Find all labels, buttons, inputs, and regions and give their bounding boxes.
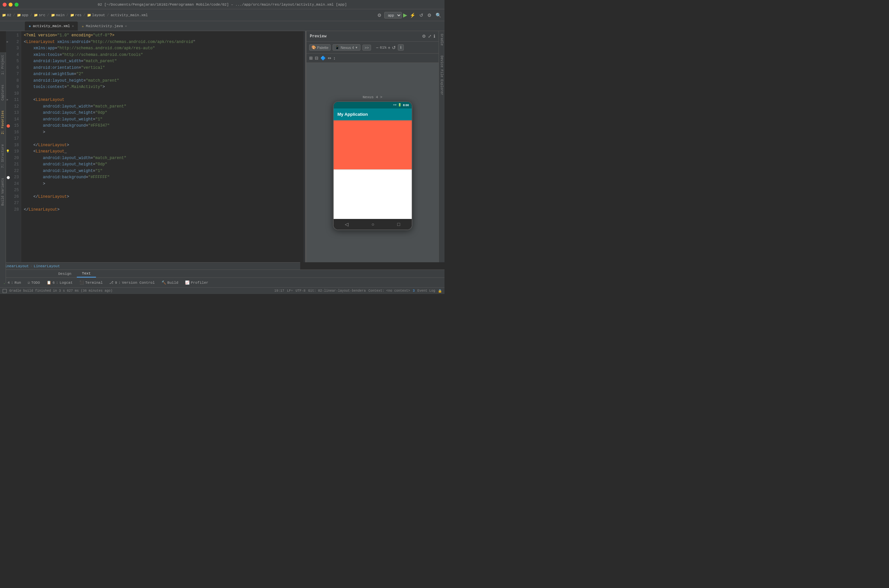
sep: / [107,13,109,17]
tab-xml[interactable]: ◈ activity_main.xml ✕ [25,21,78,31]
tab-java[interactable]: ☕ MainActivity.java ✕ [78,21,131,31]
palette-btn[interactable]: 🎨 Palette [309,44,331,51]
code-line-13: android:layout_height="0dp" [24,110,301,116]
event-log-label[interactable]: Event Log [417,289,435,292]
minimize-button[interactable] [9,3,13,7]
icon-row: ⊞ ⊟ 🔷 ⇔ ↕ [307,54,439,63]
content-top [334,120,412,170]
line-num-14: 14 [6,116,21,123]
app-dropdown[interactable]: app [384,12,402,18]
breadcrumb-file[interactable]: activity_main.xml [111,13,147,17]
settings-button[interactable]: ⚙ [426,12,433,18]
design-tab[interactable]: Design [53,270,77,278]
sep: / [83,13,86,17]
run-button[interactable]: ▶ [403,12,407,18]
code-line-10 [24,91,301,97]
sync-button[interactable]: ↺ [418,12,425,18]
recents-nav-btn[interactable]: □ [397,222,400,227]
zoom-controls: − 61% + ↺ [376,45,396,50]
sep: / [66,13,69,17]
settings-icon-btn[interactable]: ⚙ [422,34,426,39]
phone-nav-bar: ◁ ○ □ [334,219,412,230]
info-btn[interactable]: ℹ [398,44,404,51]
tab-close-java[interactable]: ✕ [125,24,127,28]
breadcrumb-app[interactable]: 📁 app [17,13,29,17]
code-line-8: android:layout_height="match_parent" [24,78,301,84]
code-line-1: <?xml version="1.0" encoding="utf-8"?> [24,32,301,39]
code-line-22: android:layout_weight="1" [24,168,301,175]
maximize-button[interactable] [15,3,18,7]
zoom-reset-btn[interactable]: ↺ [392,45,396,50]
line-num-27: 27 [6,200,21,207]
todo-icon: ☑ [28,280,30,285]
tab-close-xml[interactable]: ✕ [72,24,74,28]
build-tab[interactable]: 🔨 Build [160,280,180,285]
sidebar-build-variants[interactable]: Build Variants [1,178,5,206]
zoom-in-btn[interactable]: + [388,45,390,50]
sidebar-favorites[interactable]: 2: Favorites [1,111,5,134]
cursor-position: 19:17 [274,289,284,292]
text-tab[interactable]: Text [77,270,96,278]
sidebar-project[interactable]: 1: Project [1,55,5,75]
todo-tab[interactable]: ☑ TODO [27,280,41,285]
right-panel: Preview ⚙ ⤢ ℹ 🎨 Palette 📱 Nexus 4 ▼ >> [306,31,439,262]
flash-button[interactable]: ⚡ [408,12,417,18]
line-num-9: 9 [6,84,21,91]
device-selector-btn[interactable]: 📱 Nexus 4 ▼ [332,44,360,51]
code-line-17 [24,136,301,142]
line-num-13: 13 [6,110,21,116]
home-nav-btn[interactable]: ○ [372,222,375,227]
folder-icon: 📁 [34,13,38,17]
preview-info-btn[interactable]: ℹ [433,34,435,39]
code-line-6: android:orientation="vertical" [24,65,301,71]
expand-icon-btn[interactable]: ⤢ [428,34,432,39]
distribute-icon-btn[interactable]: ↕ [333,56,335,60]
battery-icon: 🔋 [398,103,402,107]
device-file-explorer-label[interactable]: Device File Explorer [440,56,444,95]
nexus-label[interactable]: Nexus 4 > [363,95,382,99]
breadcrumb-02[interactable]: 📁 02 [2,13,11,17]
terminal-tab[interactable]: ⬛ Terminal [78,280,104,285]
phone-content [334,120,412,219]
code-line-20: android:layout_width="match_parent" [24,155,301,162]
layout-icon-btn[interactable]: ⊟ [315,56,318,60]
align-icon-btn[interactable]: ⇔ [328,56,331,60]
code-area[interactable]: <?xml version="1.0" encoding="utf-8"?> <… [21,31,304,262]
code-line-7: android:weightSum="2" [24,71,301,78]
breadcrumb-res[interactable]: 📁 res [70,13,82,17]
sidebar-structure[interactable]: 7: Structure [1,144,5,168]
code-line-28: </LinearLayout> [24,207,301,213]
search-button[interactable]: 🔍 [434,12,442,18]
ant-button[interactable]: ⚙ [376,12,383,18]
gradle-label[interactable]: Gradle [440,34,444,46]
status-right: 19:17 LF÷ UTF-8 Git: 02-linear-layout-be… [274,289,442,293]
sidebar-captures[interactable]: Captures [1,85,5,100]
breadcrumb-layout[interactable]: 📁 layout [87,13,105,17]
breadcrumb-linearlayout-2[interactable]: LinearLayout [34,264,60,268]
wifi-icon: ▾▾ [393,103,397,107]
traffic-lights[interactable] [3,3,18,7]
breadcrumb-main[interactable]: 📁 main [51,13,65,17]
folder-icon: 📁 [70,13,74,17]
version-control-tab[interactable]: ⎇ 9: Version Control [108,280,156,285]
zoom-out-btn[interactable]: − [376,45,378,50]
logcat-tab[interactable]: 📋 6: Logcat [45,280,74,285]
back-nav-btn[interactable]: ◁ [345,222,349,227]
event-log-num[interactable]: 3 [413,289,415,292]
blueprint-icon-btn[interactable]: 🔷 [320,56,326,60]
next-device-btn[interactable]: >> [363,45,372,51]
scroll-gutter[interactable] [304,31,306,262]
profiler-tab[interactable]: 📈 Profiler [184,280,210,285]
line-num-10: 10 [6,91,21,97]
line-num-5: 5 [6,58,21,65]
close-button[interactable] [3,3,7,7]
right-sidebar-strip: Gradle Device File Explorer [439,31,444,262]
code-line-2: <LinearLayout xmlns:android="http://sche… [24,39,301,46]
context-label: Context: <no context> [369,289,410,292]
line-num-18: 18 [6,142,21,149]
grid-icon-btn[interactable]: ⊞ [309,56,313,60]
breadcrumb-src[interactable]: 📁 src [34,13,45,17]
phone-frame: ▾▾ 🔋 8:00 My Application ◁ ○ □ [333,101,412,230]
breadcrumb-linearlayout-1[interactable]: LinearLayout [3,264,29,268]
line-num-12: 12 [6,104,21,110]
